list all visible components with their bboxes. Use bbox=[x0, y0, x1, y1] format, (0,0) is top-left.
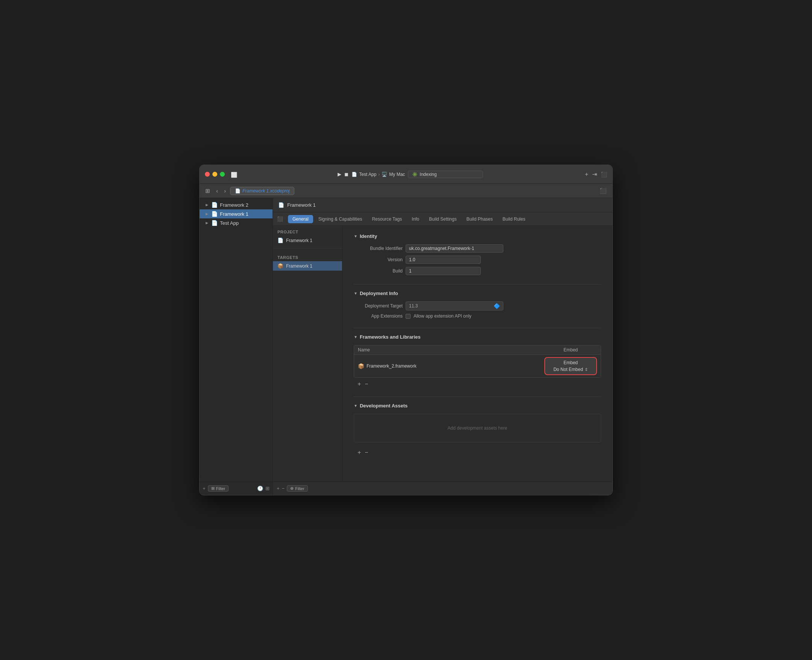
filter-icon: ⊞ bbox=[211, 486, 215, 491]
sidebar-toggle-button[interactable]: ⬛ bbox=[275, 214, 285, 224]
bottom-remove-icon[interactable]: − bbox=[282, 485, 285, 491]
frameworks-chevron[interactable]: ▼ bbox=[354, 335, 357, 339]
file-navigator-sidebar: ▶ 📄 Framework 2 ▶ 📄 Framework 1 ▶ 📄 Test… bbox=[200, 198, 273, 495]
nav-back-icon[interactable]: ‹ bbox=[214, 186, 220, 195]
active-tab-xcodeproj[interactable]: 📄 Framework 1.xcodeproj bbox=[230, 187, 294, 195]
settings-content: ▼ Identity Bundle Identifier Version bbox=[343, 226, 612, 481]
tab-resource-tags-label: Resource Tags bbox=[372, 216, 402, 222]
filter-circle-icon: ⊕ bbox=[290, 486, 293, 491]
remove-framework-button[interactable]: − bbox=[365, 381, 368, 387]
version-input[interactable] bbox=[406, 255, 481, 264]
target-item-framework1[interactable]: 📦 Framework 1 bbox=[273, 261, 342, 271]
app-extensions-checkbox[interactable] bbox=[406, 314, 411, 319]
embed-header: Embed bbox=[563, 360, 578, 365]
bundle-identifier-row: Bundle Identifier bbox=[354, 244, 601, 252]
embed-value-text: Do Not Embed bbox=[553, 367, 583, 372]
dev-assets-placeholder-text: Add development assets here bbox=[448, 425, 508, 431]
stop-button[interactable]: ◼ bbox=[344, 171, 349, 177]
traffic-lights bbox=[205, 172, 225, 177]
targets-section-label: TARGETS bbox=[273, 251, 342, 261]
tab-resource-tags[interactable]: Resource Tags bbox=[367, 215, 406, 223]
file-icon: 📄 bbox=[211, 220, 218, 226]
framework-name: Framework_2.framework bbox=[366, 363, 544, 369]
identity-section: ▼ Identity Bundle Identifier Version bbox=[354, 233, 601, 275]
identity-chevron[interactable]: ▼ bbox=[354, 234, 357, 238]
filter-pill[interactable]: ⊞ Filter bbox=[208, 485, 228, 492]
project-item-label: Framework 1 bbox=[286, 238, 312, 243]
bottom-filter-pill[interactable]: ⊕ Filter bbox=[287, 485, 308, 492]
breadcrumb-sep: › bbox=[378, 172, 380, 177]
tab-general[interactable]: General bbox=[288, 215, 313, 223]
sidebar-item-testapp[interactable]: ▶ 📄 Test App bbox=[200, 218, 273, 227]
dev-assets-header: ▼ Development Assets bbox=[354, 403, 601, 409]
version-label: Version bbox=[354, 257, 403, 262]
project-item-framework1[interactable]: 📄 Framework 1 bbox=[273, 236, 342, 245]
tab-build-rules-label: Build Rules bbox=[503, 216, 525, 222]
deployment-chevron[interactable]: ▼ bbox=[354, 291, 357, 295]
clock-icon[interactable]: 🕐 bbox=[257, 485, 263, 491]
tab-build-rules[interactable]: Build Rules bbox=[498, 215, 530, 223]
sidebar-toggle-icon[interactable]: ⬜ bbox=[231, 172, 236, 177]
dev-assets-chevron[interactable]: ▼ bbox=[354, 404, 357, 408]
split-editor-icon[interactable]: ⇥ bbox=[592, 171, 597, 178]
content-layout: PROJECT 📄 Framework 1 TARGETS 📦 Framewor… bbox=[273, 226, 612, 481]
framework-icon: 📦 bbox=[358, 363, 364, 369]
tab-build-phases-label: Build Phases bbox=[466, 216, 493, 222]
editor-layout-icon[interactable]: ⬛ bbox=[601, 171, 607, 178]
frameworks-table: Name Embed 📦 Framework_2.framework Embed… bbox=[354, 345, 601, 378]
bundle-identifier-input[interactable] bbox=[406, 244, 503, 252]
deployment-target-value: 11.3 bbox=[409, 303, 418, 309]
remove-dev-asset-button[interactable]: − bbox=[365, 449, 368, 456]
grid-icon[interactable]: ⊞ bbox=[203, 186, 212, 195]
frameworks-table-actions: + − bbox=[354, 378, 601, 387]
embed-dropdown[interactable]: Embed Do Not Embed ⇕ bbox=[544, 357, 597, 375]
embed-selector-icon[interactable]: ⇕ bbox=[585, 367, 588, 372]
build-input[interactable] bbox=[406, 267, 481, 275]
tab-info[interactable]: Info bbox=[407, 215, 423, 223]
inspector-icon[interactable]: ⬛ bbox=[598, 186, 609, 195]
settings-icon[interactable]: ⊞ bbox=[265, 485, 270, 491]
app-extensions-row: App Extensions Allow app extension API o… bbox=[354, 314, 601, 319]
version-row: Version bbox=[354, 255, 601, 264]
nav-forward-icon[interactable]: › bbox=[222, 186, 228, 195]
add-button[interactable]: + bbox=[585, 171, 588, 178]
tab-build-phases[interactable]: Build Phases bbox=[462, 215, 497, 223]
sidebar-item-framework2[interactable]: ▶ 📄 Framework 2 bbox=[200, 200, 273, 209]
frameworks-title: Frameworks and Libraries bbox=[360, 334, 421, 340]
embed-value-row: Do Not Embed ⇕ bbox=[553, 367, 588, 372]
deployment-target-select[interactable]: 11.3 🔷 bbox=[406, 301, 503, 311]
close-button[interactable] bbox=[205, 172, 210, 177]
tab-build-settings[interactable]: Build Settings bbox=[424, 215, 461, 223]
arrow-icon: ▶ bbox=[206, 221, 208, 225]
app-extensions-label: App Extensions bbox=[354, 314, 403, 319]
app-extensions-text: Allow app extension API only bbox=[414, 314, 471, 319]
bottom-add-icon[interactable]: + bbox=[277, 485, 280, 491]
frameworks-header: ▼ Frameworks and Libraries bbox=[354, 334, 601, 340]
table-header: Name Embed bbox=[354, 346, 601, 355]
maximize-button[interactable] bbox=[220, 172, 225, 177]
identity-title: Identity bbox=[360, 233, 377, 239]
sidebar-item-label: Test App bbox=[220, 220, 239, 226]
mac-icon: 🖥️ bbox=[382, 172, 387, 177]
add-dev-asset-button[interactable]: + bbox=[357, 449, 361, 456]
sidebar-item-framework1[interactable]: ▶ 📄 Framework 1 bbox=[200, 209, 273, 218]
identity-header: ▼ Identity bbox=[354, 233, 601, 239]
right-panel: 📄 Framework 1 ⬛ General Signing & Capabi… bbox=[273, 198, 612, 495]
tab-info-label: Info bbox=[412, 216, 419, 222]
dev-assets-placeholder: Add development assets here bbox=[354, 414, 601, 443]
tab-signing[interactable]: Signing & Capabilities bbox=[314, 215, 367, 223]
file-icon: 📄 bbox=[211, 211, 218, 217]
target-selector[interactable]: 📄 Test App › 🖥️ My Mac bbox=[352, 172, 405, 177]
divider bbox=[273, 248, 342, 248]
select-arrow-icon: 🔷 bbox=[493, 303, 500, 309]
bottom-toolbar: + − ⊕ Filter bbox=[273, 481, 612, 495]
deployment-target-label: Deployment Target bbox=[354, 303, 403, 309]
table-row[interactable]: 📦 Framework_2.framework Embed Do Not Emb… bbox=[354, 355, 601, 378]
add-framework-button[interactable]: + bbox=[357, 381, 361, 387]
minimize-button[interactable] bbox=[213, 172, 217, 177]
add-icon[interactable]: + bbox=[203, 485, 206, 491]
bundle-identifier-label: Bundle Identifier bbox=[354, 246, 403, 251]
play-button[interactable]: ▶ bbox=[338, 171, 341, 177]
tab-label: Framework 1.xcodeproj bbox=[243, 188, 289, 194]
deployment-header: ▼ Deployment Info bbox=[354, 290, 601, 296]
